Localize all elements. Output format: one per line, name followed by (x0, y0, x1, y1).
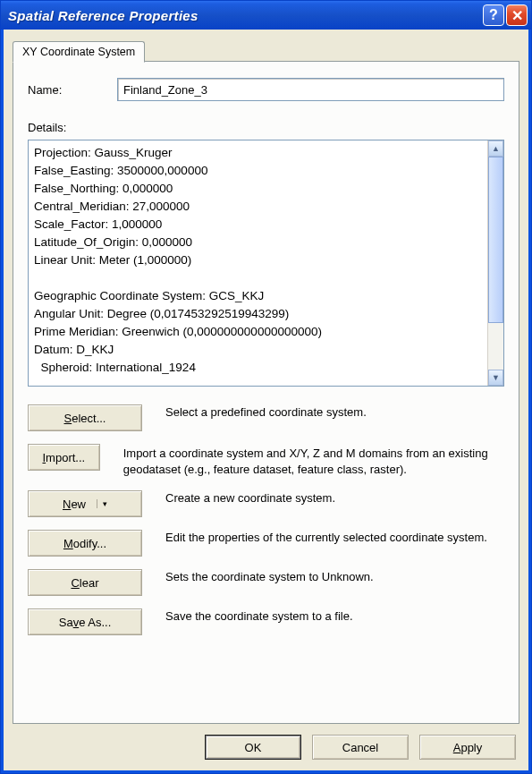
scroll-down-arrow-icon[interactable]: ▼ (488, 370, 503, 386)
details-label: Details: (28, 121, 504, 134)
window-title: Spatial Reference Properties (8, 8, 483, 23)
action-row-import: Import... Import a coordinate system and… (28, 444, 504, 478)
titlebar-buttons: ? ✕ (483, 4, 528, 26)
name-label: Name: (28, 83, 117, 97)
details-scrollbar[interactable]: ▲ ▼ (487, 140, 503, 386)
action-row-modify: Modify... Edit the properties of the cur… (28, 530, 504, 557)
import-description: Import a coordinate system and X/Y, Z an… (123, 446, 504, 478)
chevron-down-icon: ▾ (97, 499, 107, 508)
action-row-clear: Clear Sets the coordinate system to Unkn… (28, 569, 504, 596)
titlebar: Spatial Reference Properties ? ✕ (1, 1, 531, 30)
tab-body: Name: Details: Projection: Gauss_Kruger … (13, 61, 519, 724)
modify-button[interactable]: Modify... (28, 530, 142, 557)
cancel-button[interactable]: Cancel (312, 735, 409, 760)
tab-xy-coordinate-system[interactable]: XY Coordinate System (13, 41, 145, 63)
name-row: Name: (28, 78, 504, 101)
new-button[interactable]: New ▾ (28, 490, 142, 517)
scroll-up-arrow-icon[interactable]: ▲ (488, 140, 503, 157)
scroll-track[interactable] (488, 157, 503, 370)
clear-description: Sets the coordinate system to Unknown. (165, 569, 504, 585)
clear-button[interactable]: Clear (28, 569, 142, 596)
client-area: XY Coordinate System Name: Details: Proj… (1, 30, 531, 773)
modify-description: Edit the properties of the currently sel… (165, 530, 504, 546)
select-button[interactable]: Select... (28, 404, 142, 431)
action-row-new: New ▾ Create a new coordinate system. (28, 490, 504, 517)
dialog-window: Spatial Reference Properties ? ✕ XY Coor… (0, 0, 532, 774)
new-description: Create a new coordinate system. (165, 490, 504, 506)
action-buttons-group: Select... Select a predefined coordinate… (28, 404, 504, 635)
scroll-thumb[interactable] (488, 157, 503, 323)
close-button[interactable]: ✕ (506, 4, 528, 26)
close-icon: ✕ (511, 7, 523, 24)
tab-label: XY Coordinate System (22, 46, 135, 58)
help-icon: ? (489, 7, 498, 23)
tab-panel: XY Coordinate System Name: Details: Proj… (13, 40, 519, 724)
action-row-select: Select... Select a predefined coordinate… (28, 404, 504, 431)
import-button[interactable]: Import... (28, 444, 100, 471)
saveas-description: Save the coordinate system to a file. (165, 608, 504, 625)
details-box: Projection: Gauss_Kruger False_Easting: … (28, 140, 504, 387)
action-row-saveas: Save As... Save the coordinate system to… (28, 608, 504, 635)
name-input[interactable] (117, 78, 504, 101)
help-button[interactable]: ? (483, 4, 504, 26)
dialog-footer: OK Cancel Apply (4, 727, 528, 770)
details-text[interactable]: Projection: Gauss_Kruger False_Easting: … (29, 140, 487, 386)
ok-button[interactable]: OK (205, 735, 301, 760)
tabs-row: XY Coordinate System (13, 40, 519, 62)
select-description: Select a predefined coordinate system. (165, 404, 504, 421)
apply-button[interactable]: Apply (419, 735, 516, 760)
save-as-button[interactable]: Save As... (28, 608, 142, 635)
